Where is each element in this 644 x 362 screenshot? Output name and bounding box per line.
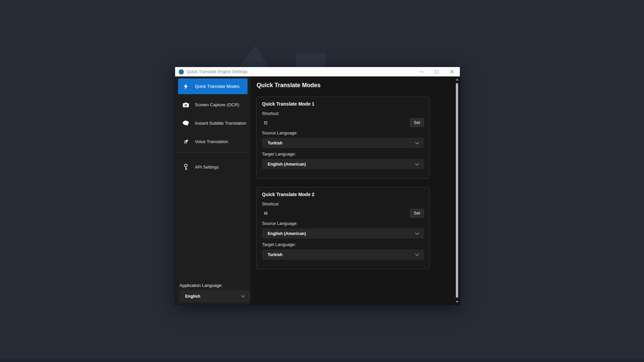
shortcut-label: Shortcut:	[262, 111, 424, 116]
chevron-down-icon	[415, 163, 419, 166]
settings-window: Quick Translate Engine Settings	[175, 67, 460, 305]
set-shortcut-button[interactable]: Set	[410, 209, 424, 218]
sidebar-item-label: Voice Translation	[195, 139, 228, 144]
lightning-icon	[182, 83, 189, 90]
target-language-label: Target Language:	[262, 152, 424, 157]
maximize-button[interactable]	[429, 67, 444, 76]
sidebar-item-label: API Settings	[195, 165, 219, 170]
main-content: Quick Translate Modes Quick Translate Mo…	[251, 76, 460, 305]
microphone-icon	[182, 138, 189, 145]
close-button[interactable]	[444, 67, 460, 76]
chevron-down-icon	[415, 142, 419, 144]
quick-translate-mode-2-card: Quick Translate Mode 2 Shortcut: f4 Set …	[256, 187, 430, 269]
shortcut-value: f4	[262, 211, 268, 216]
sidebar-item-quick-translate-modes[interactable]: Quick Translate Modes	[178, 78, 248, 94]
source-language-dropdown[interactable]: English (American)	[262, 228, 424, 239]
sidebar-item-label: Screen Capture (OCR)	[195, 102, 239, 107]
card-title: Quick Translate Mode 2	[262, 192, 424, 197]
scrollbar[interactable]	[454, 76, 460, 305]
target-language-label: Target Language:	[262, 242, 424, 247]
close-icon	[450, 70, 454, 74]
gear-icon	[178, 69, 184, 75]
set-shortcut-button[interactable]: Set	[410, 118, 424, 127]
scroll-up-icon	[456, 79, 459, 80]
source-language-label: Source Language:	[262, 221, 424, 226]
application-language-value: English	[185, 294, 200, 299]
target-language-value: English (American)	[268, 162, 306, 167]
camera-icon	[182, 102, 189, 108]
target-language-value: Turkish	[268, 252, 282, 257]
minimize-button[interactable]	[414, 67, 429, 76]
desktop-bottom-strip	[0, 359, 644, 362]
chevron-down-icon	[241, 295, 245, 298]
quick-translate-mode-1-card: Quick Translate Mode 1 Shortcut: f2 Set …	[256, 97, 430, 179]
sidebar-divider	[178, 152, 247, 153]
source-language-label: Source Language:	[262, 130, 424, 135]
sidebar: Quick Translate Modes Screen Capture (OC…	[175, 76, 251, 305]
minimize-icon	[420, 72, 423, 72]
sidebar-item-label: Quick Translate Modes	[195, 84, 239, 89]
sidebar-item-instant-subtitle-translation[interactable]: Instant Subtitle Translation	[178, 115, 248, 131]
chevron-down-icon	[415, 253, 419, 256]
maximize-icon	[435, 70, 438, 73]
application-language-label: Application Language:	[179, 283, 250, 288]
sidebar-item-voice-translation[interactable]: Voice Translation	[178, 134, 248, 149]
application-language-section: Application Language: English	[175, 283, 251, 305]
scroll-thumb[interactable]	[456, 83, 458, 298]
source-language-dropdown[interactable]: Turkish	[262, 138, 424, 148]
target-language-dropdown[interactable]: English (American)	[262, 159, 424, 169]
chevron-down-icon	[415, 232, 419, 235]
sidebar-item-label: Instant Subtitle Translation	[195, 121, 246, 126]
titlebar[interactable]: Quick Translate Engine Settings	[175, 67, 460, 76]
scroll-down-icon	[456, 301, 459, 303]
shortcut-value: f2	[262, 120, 268, 125]
speech-bubble-icon	[182, 120, 189, 127]
shortcut-label: Shortcut:	[262, 201, 424, 206]
source-language-value: Turkish	[268, 141, 282, 145]
page-title: Quick Translate Modes	[257, 82, 321, 89]
key-icon	[182, 164, 189, 171]
scroll-down-button[interactable]	[454, 299, 460, 304]
sidebar-item-api-settings[interactable]: API Settings	[178, 159, 248, 175]
scroll-up-button[interactable]	[454, 77, 460, 82]
target-language-dropdown[interactable]: Turkish	[262, 249, 424, 260]
sidebar-item-screen-capture[interactable]: Screen Capture (OCR)	[178, 97, 248, 113]
window-title: Quick Translate Engine Settings	[187, 69, 248, 74]
application-language-dropdown[interactable]: English	[179, 290, 250, 302]
source-language-value: English (American)	[268, 231, 306, 236]
card-title: Quick Translate Mode 1	[262, 101, 424, 107]
